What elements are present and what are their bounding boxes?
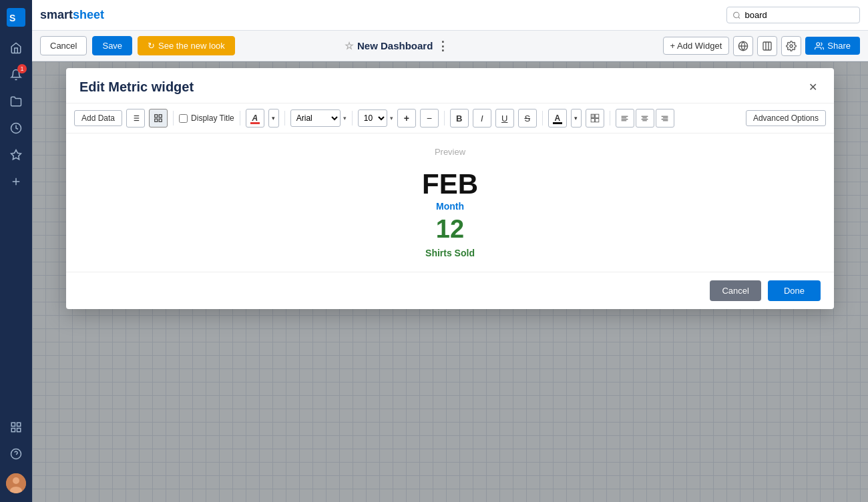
bold-icon: B: [456, 113, 462, 123]
search-icon: [732, 11, 741, 20]
svg-rect-32: [155, 119, 158, 121]
svg-point-13: [13, 477, 19, 484]
chevron-down-icon-2: ▾: [574, 115, 578, 121]
sidebar-avatar[interactable]: [4, 471, 28, 495]
preview-number: 12: [436, 214, 464, 245]
sidebar-recents[interactable]: [4, 116, 28, 140]
underline-button[interactable]: U: [495, 109, 514, 128]
svg-rect-33: [159, 119, 162, 121]
svg-point-15: [734, 12, 739, 17]
columns-button[interactable]: [757, 36, 777, 56]
sidebar-home[interactable]: [4, 36, 28, 60]
font-family-select[interactable]: Arial Verdana Times: [290, 109, 341, 127]
align-center-button[interactable]: [636, 109, 654, 128]
toolbar-sep-6: [542, 111, 543, 125]
font-color-swatch: [553, 122, 562, 124]
sidebar-favorites[interactable]: [4, 143, 28, 167]
dashboard-title-text: New Dashboard: [357, 40, 433, 51]
svg-rect-37: [595, 119, 598, 122]
plus-icon: +: [404, 113, 409, 123]
strikethrough-button[interactable]: S: [518, 109, 537, 128]
modal-close-button[interactable]: ✕: [805, 79, 821, 95]
share-button[interactable]: Share: [805, 37, 860, 55]
svg-rect-31: [159, 115, 162, 117]
search-input[interactable]: [745, 10, 854, 20]
add-data-button[interactable]: Add Data: [74, 110, 122, 126]
align-left-icon: [620, 114, 629, 123]
align-left-button[interactable]: [616, 109, 634, 128]
svg-rect-35: [595, 114, 598, 117]
sidebar-sheets[interactable]: [4, 89, 28, 113]
svg-point-22: [790, 45, 793, 47]
done-button[interactable]: Done: [768, 280, 821, 301]
advanced-options-button[interactable]: Advanced Options: [746, 110, 826, 126]
svg-rect-6: [11, 423, 15, 426]
svg-rect-19: [763, 42, 771, 50]
preview-shirts-label: Shirts Sold: [425, 248, 475, 258]
add-widget-button[interactable]: + Add Widget: [663, 37, 730, 55]
svg-marker-3: [11, 150, 21, 160]
font-size-plus-button[interactable]: +: [397, 109, 416, 128]
sidebar: S 1: [0, 0, 32, 502]
dropdown-arrow[interactable]: ▾: [268, 109, 279, 128]
dashboard-actions: + Add Widget: [663, 36, 860, 56]
cancel-button[interactable]: Cancel: [40, 36, 87, 55]
globe-icon: [738, 41, 748, 51]
text-color-picker[interactable]: A: [246, 109, 264, 128]
font-size-minus-button[interactable]: −: [420, 109, 439, 128]
modal-toolbar: Add Data: [66, 103, 834, 134]
new-look-button[interactable]: ↻ See the new look: [138, 36, 235, 55]
sidebar-help[interactable]: [4, 442, 28, 466]
svg-point-23: [817, 42, 820, 45]
modal-body: Preview FEB Month 12 Shirts Sold: [66, 134, 834, 272]
toolbar-sep-2: [240, 111, 240, 125]
display-title-checkbox[interactable]: [179, 114, 188, 123]
app-logo: S: [5, 7, 27, 28]
preview-content: FEB Month 12 Shirts Sold: [422, 170, 478, 258]
dashboard-content: Edit Metric widget ✕ Add Data: [32, 61, 868, 502]
search-bar[interactable]: [726, 7, 860, 23]
preview-label: Preview: [435, 147, 465, 157]
settings-button[interactable]: [781, 36, 801, 56]
modal-title: Edit Metric widget: [79, 79, 194, 95]
cell-format-button[interactable]: [586, 109, 604, 128]
dashboard-bar: Cancel Save ↻ See the new look ☆ New Das…: [32, 31, 868, 61]
align-right-icon: [660, 114, 669, 123]
svg-text:S: S: [9, 13, 15, 23]
title-star-icon[interactable]: ☆: [345, 40, 353, 52]
settings-icon: [786, 41, 797, 51]
grid-view-button[interactable]: [149, 109, 168, 128]
kebab-icon[interactable]: ⋮: [437, 39, 449, 53]
svg-rect-9: [17, 429, 21, 432]
font-color-icon: A: [554, 113, 560, 123]
toolbar-sep-4: [352, 111, 353, 125]
modal-overlay: Edit Metric widget ✕ Add Data: [32, 61, 868, 502]
avatar: [6, 473, 26, 493]
app-name: smartsheet: [40, 8, 104, 22]
columns-icon: [762, 41, 773, 51]
sidebar-apps[interactable]: [4, 415, 28, 439]
font-color-dropdown[interactable]: ▾: [571, 109, 582, 128]
toolbar-sep-7: [610, 111, 610, 125]
list-view-button[interactable]: [126, 109, 145, 128]
edit-metric-modal: Edit Metric widget ✕ Add Data: [66, 68, 834, 309]
dashboard-title-area: ☆ New Dashboard ⋮: [345, 39, 449, 53]
toolbar-sep-1: [173, 111, 174, 125]
svg-rect-36: [591, 119, 594, 122]
align-right-button[interactable]: [656, 109, 674, 128]
font-dropdown-arrow: ▾: [343, 115, 347, 121]
minus-icon: −: [427, 113, 432, 123]
globe-button[interactable]: [733, 36, 753, 56]
sidebar-notifications[interactable]: 1: [4, 63, 28, 87]
list-icon: [131, 113, 140, 123]
save-button[interactable]: Save: [92, 36, 132, 55]
bold-button[interactable]: B: [450, 109, 469, 128]
color-swatch: [250, 122, 260, 124]
italic-button[interactable]: I: [473, 109, 491, 128]
font-size-select[interactable]: 10 89111214: [358, 109, 387, 127]
color-icon: A: [252, 113, 258, 123]
display-title-label[interactable]: Display Title: [179, 113, 234, 123]
font-color-picker[interactable]: A: [548, 109, 567, 128]
sidebar-add[interactable]: [4, 170, 28, 194]
modal-cancel-button[interactable]: Cancel: [710, 280, 761, 301]
